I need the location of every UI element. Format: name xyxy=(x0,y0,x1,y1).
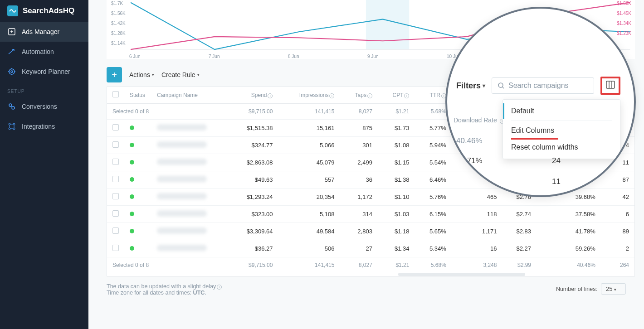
col-spend[interactable]: Spendi xyxy=(229,87,278,104)
chevron-down-icon: ▾ xyxy=(483,82,485,89)
chevron-down-icon: ▾ xyxy=(614,287,616,292)
search-input[interactable]: Search campaigns xyxy=(492,77,594,94)
lines-select[interactable]: 25 ▾ xyxy=(601,283,626,295)
col-cpt[interactable]: CPTi xyxy=(378,87,415,104)
columns-menu-default[interactable]: Default xyxy=(503,103,620,119)
info-icon: i xyxy=(329,93,334,98)
tz-value: UTC xyxy=(193,290,205,296)
search-icon xyxy=(498,82,505,89)
automation-icon xyxy=(7,47,16,56)
logo-icon xyxy=(7,5,18,16)
columns-menu-edit[interactable]: Edit Columns xyxy=(503,123,620,138)
search-placeholder: Search campaigns xyxy=(508,82,569,90)
add-button[interactable]: + xyxy=(107,67,122,82)
create-rule-button[interactable]: Create Rule▾ xyxy=(161,71,200,78)
mag-col-header: Download Rate i xyxy=(454,116,505,124)
nav-keyword-planner[interactable]: Keyword Planner xyxy=(0,62,88,82)
status-dot xyxy=(130,160,134,164)
nav-label: Keyword Planner xyxy=(22,68,70,75)
col-campaign-name[interactable]: Campaign Name xyxy=(151,87,229,104)
table-row[interactable]: $323.005,108314$1.036.15%118$2.7437.58%6 xyxy=(107,206,634,223)
x-tick: 8 Jun xyxy=(288,54,299,59)
campaign-name-redacted xyxy=(157,210,207,217)
filters-button[interactable]: Filters▾ xyxy=(456,81,485,91)
info-icon: i xyxy=(404,93,409,98)
campaign-name-redacted xyxy=(157,176,207,182)
campaign-name-redacted xyxy=(157,124,207,131)
y-tick-right: $1.56K xyxy=(617,1,631,6)
svg-rect-12 xyxy=(606,81,615,88)
chevron-down-icon: ▾ xyxy=(152,73,154,77)
status-dot xyxy=(130,246,134,251)
col-status[interactable]: Status xyxy=(124,87,151,104)
table-summary-row: Selected 0 of 8 $9,715.00141,4158,027$1.… xyxy=(107,257,634,273)
y-tick-right: $1.34K xyxy=(617,21,631,26)
row-checkbox[interactable] xyxy=(112,210,119,217)
select-all-checkbox[interactable] xyxy=(112,91,119,97)
row-checkbox[interactable] xyxy=(112,159,119,165)
actions-button[interactable]: Actions▾ xyxy=(129,71,154,78)
row-checkbox[interactable] xyxy=(112,176,119,182)
table-row[interactable]: $36.2750627$1.345.34%16$2.2759.26%2 xyxy=(107,240,634,257)
tz-note: Time zone for all dates and times: xyxy=(107,290,193,296)
nav-label: Conversions xyxy=(22,103,57,110)
status-dot xyxy=(130,143,134,147)
campaign-name-redacted xyxy=(157,141,207,148)
svg-point-2 xyxy=(11,71,13,73)
magnifier-overlay: Filters▾ Search campaigns Download Rate … xyxy=(445,7,636,197)
nav-label: Automation xyxy=(22,48,54,55)
info-icon: i xyxy=(367,93,372,98)
mag-row: 37.71%24 xyxy=(456,156,561,165)
integrations-icon xyxy=(7,122,16,131)
svg-point-5 xyxy=(9,123,10,125)
x-tick: 6 Jun xyxy=(129,54,140,59)
table-row[interactable]: $3,309.6449,5842,803$1.185.65%1,171$2.83… xyxy=(107,223,634,240)
status-dot xyxy=(130,229,134,233)
nav-integrations[interactable]: Integrations xyxy=(0,116,88,136)
x-tick: 9 Jun xyxy=(367,54,378,59)
svg-point-6 xyxy=(13,123,15,125)
y-tick: $1.28K xyxy=(111,31,126,36)
setup-heading: SETUP xyxy=(0,82,88,97)
app-name: SearchAdsHQ xyxy=(23,6,74,15)
row-checkbox[interactable] xyxy=(112,124,119,131)
sidebar: SearchAdsHQ Ads Manager Automation Keywo… xyxy=(0,0,88,329)
mag-row: 40.46% xyxy=(456,136,561,145)
info-icon: i xyxy=(217,285,222,290)
horizontal-scrollbar[interactable] xyxy=(398,273,525,276)
svg-point-11 xyxy=(498,83,503,87)
x-tick: 7 Jun xyxy=(209,54,220,59)
lines-label: Number of lines: xyxy=(556,286,597,292)
delay-note: The data can be updated with a slight de… xyxy=(107,283,216,290)
status-dot xyxy=(130,194,134,199)
columns-button[interactable] xyxy=(600,77,620,95)
svg-point-1 xyxy=(9,69,15,74)
status-dot xyxy=(130,126,134,130)
y-tick-right: $1.23K xyxy=(617,31,631,36)
row-checkbox[interactable] xyxy=(112,141,119,148)
row-checkbox[interactable] xyxy=(112,245,119,251)
svg-rect-9 xyxy=(366,0,409,49)
col-impressions[interactable]: Impressionsi xyxy=(278,87,340,104)
svg-point-7 xyxy=(9,128,10,130)
nav-automation[interactable]: Automation xyxy=(0,42,88,62)
svg-point-8 xyxy=(13,128,15,130)
nav-ads-manager[interactable]: Ads Manager xyxy=(0,22,88,42)
footer: The data can be updated with a slight de… xyxy=(88,277,644,302)
campaign-name-redacted xyxy=(157,245,207,251)
nav-conversions[interactable]: Conversions xyxy=(0,97,88,116)
columns-icon xyxy=(606,81,615,89)
col-taps[interactable]: Tapsi xyxy=(340,87,377,104)
row-checkbox[interactable] xyxy=(112,227,119,234)
logo: SearchAdsHQ xyxy=(0,0,88,22)
y-tick: $1.7K xyxy=(111,1,123,6)
keyword-planner-icon xyxy=(7,67,16,76)
y-tick: $1.14K xyxy=(111,41,126,46)
mag-toolbar: Filters▾ Search campaigns xyxy=(447,77,634,95)
campaign-name-redacted xyxy=(157,193,207,199)
nav-label: Integrations xyxy=(22,123,55,130)
info-icon: i xyxy=(268,93,273,98)
status-dot xyxy=(130,177,134,182)
row-checkbox[interactable] xyxy=(112,193,119,199)
conversions-icon xyxy=(7,102,16,111)
